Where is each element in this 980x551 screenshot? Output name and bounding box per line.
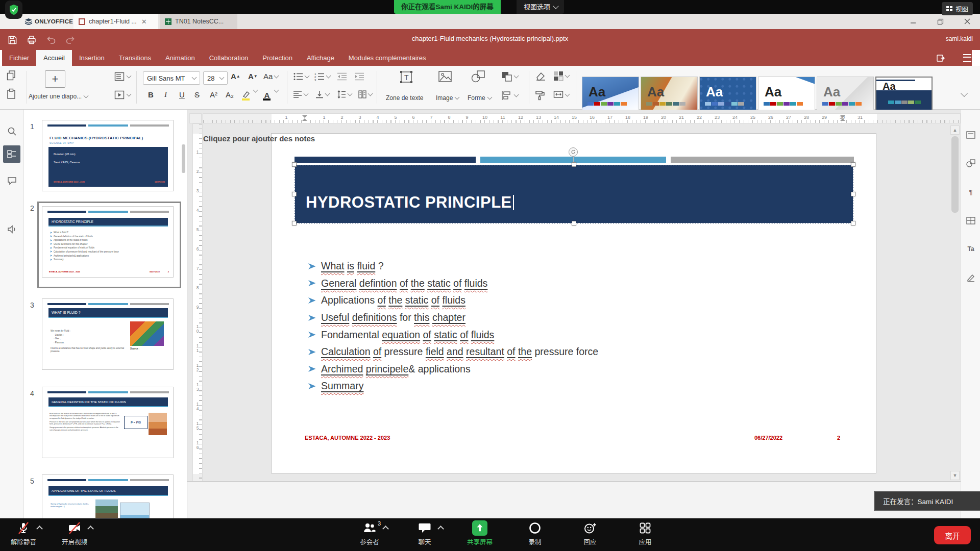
- menu-insertion[interactable]: Insertion: [72, 50, 112, 66]
- slide-thumbnail-1[interactable]: FLUID MECHANICS (HYDROSTATIC PRINCIPAL) …: [42, 120, 174, 191]
- scroll-down-button[interactable]: ▼: [950, 471, 960, 480]
- menu-accueil[interactable]: Accueil: [36, 50, 72, 66]
- color-scheme-button[interactable]: [553, 71, 569, 81]
- slide-bullet-item[interactable]: Useful definitions for this chapter: [308, 309, 598, 327]
- bullet-list-button[interactable]: [293, 72, 309, 81]
- theme-blue-wave[interactable]: Aa: [582, 77, 639, 112]
- slide-bullet-item[interactable]: Calculation of pressure field and result…: [308, 343, 598, 361]
- notes-area[interactable]: [187, 482, 961, 518]
- resize-handle-nw[interactable]: [292, 162, 297, 167]
- highlight-dropdown[interactable]: [254, 90, 257, 92]
- window-close-button[interactable]: [960, 15, 975, 28]
- slide-thumbnail-5[interactable]: APPLICATIONS OF THE STATIC OF FLUIDS Siz…: [42, 474, 174, 518]
- theme-gray-shapes[interactable]: Aa: [817, 77, 874, 112]
- slide-bullet-item[interactable]: Archimed principele& applications: [308, 361, 598, 378]
- zoom-chat-button[interactable]: 聊天: [408, 520, 441, 546]
- vertical-ruler[interactable]: 12345678910111213141516: [192, 123, 203, 482]
- columns-button[interactable]: [358, 90, 372, 98]
- zoom-share-button[interactable]: 共享屏幕: [463, 520, 496, 546]
- superscript-button[interactable]: A²: [210, 90, 217, 99]
- chevron-up-icon[interactable]: [382, 525, 389, 532]
- table-settings-button[interactable]: [965, 215, 976, 226]
- start-slideshow-button[interactable]: [114, 90, 131, 99]
- resize-handle-n[interactable]: [572, 162, 576, 167]
- strikethrough-button[interactable]: S: [194, 90, 200, 99]
- horizontal-ruler[interactable]: 1123456789101112131415161718192021222324…: [203, 113, 961, 123]
- horizontal-align-button[interactable]: [293, 90, 308, 98]
- menu-modules-compl-mentaires[interactable]: Modules complémentaires: [341, 50, 433, 66]
- rotate-handle[interactable]: [569, 147, 578, 157]
- font-name-select[interactable]: Gill Sans MT: [143, 71, 200, 85]
- tab-presentation-document[interactable]: chapter1-Fluid ... ✕: [74, 14, 158, 29]
- increase-indent-button[interactable]: [354, 72, 364, 81]
- font-color-button[interactable]: A: [261, 88, 273, 102]
- arrange-shape-button[interactable]: [501, 71, 518, 82]
- highlight-color-button[interactable]: [240, 88, 252, 102]
- copy-style-button[interactable]: [535, 90, 545, 101]
- slide-editing-area[interactable]: HYDROSTATIC PRINCIPLE What is fluid ?Gen…: [271, 133, 876, 473]
- font-size-select[interactable]: 28: [203, 71, 228, 85]
- insert-shape-button[interactable]: [471, 70, 486, 83]
- menu-protection[interactable]: Protection: [255, 50, 300, 66]
- subscript-button[interactable]: A₂: [226, 90, 234, 99]
- copy-button[interactable]: [6, 70, 16, 81]
- slide-thumbnail-2[interactable]: HYDROSTATIC PRINCIPLE What is fluid ?Gen…: [42, 206, 174, 278]
- slide-thumbnail-4[interactable]: GENERAL DEFINTION OF THE STATIC OF FLUID…: [42, 387, 174, 458]
- vertical-scrollbar-thumb[interactable]: [951, 136, 959, 213]
- chevron-up-icon[interactable]: [437, 525, 444, 532]
- insert-textbox-label[interactable]: Zone de texte: [386, 94, 423, 102]
- align-shape-button[interactable]: [501, 90, 518, 101]
- insert-textbox-button[interactable]: T: [399, 70, 413, 84]
- theme-blue-dots[interactable]: Aa: [699, 77, 756, 112]
- paste-button[interactable]: [6, 88, 16, 99]
- resize-handle-w[interactable]: [292, 192, 297, 196]
- slide-bullet-item[interactable]: What is fluid ?: [308, 258, 598, 275]
- close-icon[interactable]: ✕: [141, 18, 147, 26]
- scroll-up-button[interactable]: ▲: [950, 126, 960, 135]
- feedback-button[interactable]: [6, 223, 18, 235]
- thumbnails-scrollbar[interactable]: [182, 144, 185, 173]
- theme-paper-texture[interactable]: Aa: [641, 77, 698, 112]
- italic-button[interactable]: I: [164, 90, 167, 99]
- slide-title-textbox[interactable]: HYDROSTATIC PRINCIPLE: [295, 165, 853, 223]
- zoom-apps-button[interactable]: 应用: [629, 520, 662, 546]
- slide-bullet-item[interactable]: Fondamental equation of static of fluids: [308, 326, 598, 343]
- slides-panel-button[interactable]: [3, 145, 20, 163]
- zoom-reactions-button[interactable]: 回应: [574, 520, 606, 546]
- font-color-dropdown[interactable]: [275, 90, 278, 92]
- resize-handle-sw[interactable]: [292, 221, 297, 226]
- menu-affichage[interactable]: Affichage: [300, 50, 341, 66]
- resize-handle-s[interactable]: [572, 221, 576, 226]
- chevron-up-icon[interactable]: [87, 525, 94, 532]
- open-file-location-button[interactable]: [935, 53, 946, 64]
- select-tool-button[interactable]: [535, 71, 546, 81]
- menu-animation[interactable]: Animation: [158, 50, 202, 66]
- slide-bullet-item[interactable]: General defintion of the static of fluid…: [308, 275, 598, 292]
- vertical-align-button[interactable]: [315, 90, 329, 98]
- resize-handle-ne[interactable]: [851, 162, 855, 167]
- window-restore-button[interactable]: [933, 15, 948, 28]
- leave-meeting-button[interactable]: 离开: [934, 526, 971, 544]
- decrease-indent-button[interactable]: [337, 72, 347, 81]
- chevron-up-icon[interactable]: [36, 525, 43, 532]
- insert-image-button[interactable]: [438, 70, 452, 83]
- insert-image-label[interactable]: Image: [436, 94, 459, 102]
- paragraph-settings-button[interactable]: ¶: [965, 186, 976, 197]
- underline-button[interactable]: U: [179, 90, 185, 99]
- slide-bullet-item[interactable]: Applications of the static of fluids: [308, 292, 598, 309]
- zoom-record-button[interactable]: 录制: [519, 520, 551, 546]
- insert-shape-label[interactable]: Forme: [468, 94, 492, 102]
- add-slide-button[interactable]: +: [45, 70, 65, 88]
- zoom-cam-off-button[interactable]: 开启视频: [58, 520, 91, 546]
- signature-settings-button[interactable]: [965, 272, 976, 283]
- resize-handle-se[interactable]: [851, 221, 855, 226]
- tab-spreadsheet-document[interactable]: TN01 NotesCC...: [160, 14, 237, 29]
- indent-marker[interactable]: [302, 115, 307, 122]
- change-case-button[interactable]: Aa: [263, 72, 278, 81]
- bold-button[interactable]: B: [148, 90, 154, 99]
- shape-settings-button[interactable]: [965, 158, 976, 169]
- search-button[interactable]: [6, 125, 18, 137]
- slide-thumbnail-3[interactable]: WHAT IS FLUID ? We mean by Fluid : · Liq…: [42, 298, 174, 370]
- resize-handle-e[interactable]: [851, 192, 855, 196]
- view-options-button[interactable]: 视图选项: [517, 0, 564, 14]
